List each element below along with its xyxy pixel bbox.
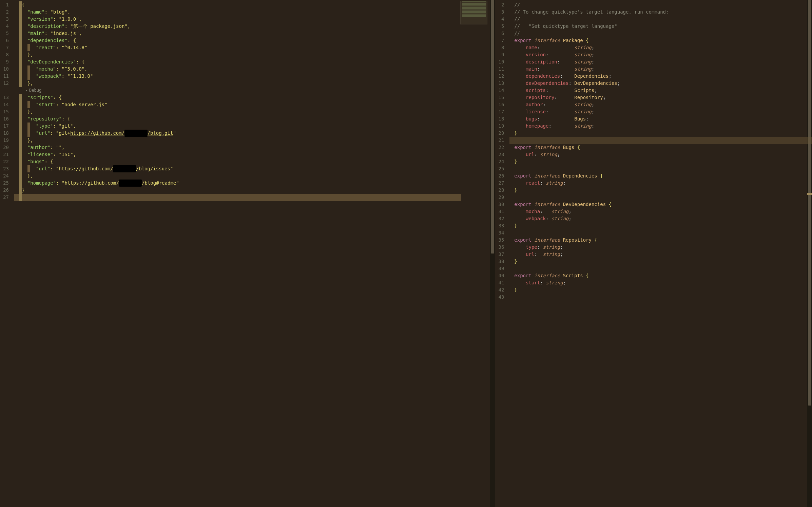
code-line[interactable]: export interface Dependencies { bbox=[514, 172, 812, 180]
code-line[interactable]: version: string; bbox=[514, 51, 812, 58]
code-line[interactable]: license: string; bbox=[514, 108, 812, 115]
code-line[interactable]: // bbox=[514, 16, 812, 23]
code-line[interactable]: url: string; bbox=[514, 151, 812, 158]
code-line[interactable]: react: string; bbox=[514, 180, 812, 187]
code-line[interactable]: "homepage": "https://github.com/████████… bbox=[19, 180, 495, 187]
code-line[interactable]: url: string; bbox=[514, 251, 812, 258]
code-line[interactable]: mocha: string; bbox=[514, 208, 812, 215]
code-line[interactable]: "react": "^0.14.8" bbox=[19, 44, 495, 51]
code-line[interactable] bbox=[19, 194, 495, 201]
code-line[interactable]: devDependencies: DevDependencies; bbox=[514, 80, 812, 87]
code-line[interactable]: "start": "node server.js" bbox=[19, 101, 495, 108]
code-area-left[interactable]: { "name": "blog", "version": "1.0.0", "d… bbox=[14, 0, 495, 507]
redacted-text: ████████ bbox=[113, 165, 136, 172]
code-line[interactable]: } bbox=[514, 286, 812, 294]
code-line[interactable]: // To change quicktype's target language… bbox=[514, 8, 812, 16]
code-line[interactable]: export interface Scripts { bbox=[514, 272, 812, 279]
codelens-debug[interactable]: ▸Debug bbox=[19, 87, 495, 94]
gutter-left: 1234 5678 9101112 13141516 17181920 2122… bbox=[0, 0, 14, 507]
code-line[interactable]: "version": "1.0.0", bbox=[19, 16, 495, 23]
code-line[interactable]: main: string; bbox=[514, 65, 812, 73]
code-line[interactable]: author: string; bbox=[514, 101, 812, 108]
code-line[interactable]: dependencies: Dependencies; bbox=[514, 73, 812, 80]
editor-split-view: 1234 5678 9101112 13141516 17181920 2122… bbox=[0, 0, 812, 507]
gutter-right: 2345 6789 10111213 14151617 18192021 222… bbox=[495, 0, 509, 507]
code-line[interactable]: } bbox=[514, 130, 812, 137]
code-line[interactable]: "url": "https://github.com/████████/blog… bbox=[19, 165, 495, 172]
code-line[interactable] bbox=[514, 294, 812, 301]
code-line[interactable]: repository: Repository; bbox=[514, 94, 812, 101]
code-line[interactable]: } bbox=[514, 187, 812, 194]
code-line[interactable]: webpack: string; bbox=[514, 215, 812, 222]
code-line[interactable]: "name": "blog", bbox=[19, 8, 495, 16]
code-line[interactable]: // bbox=[514, 30, 812, 37]
code-line[interactable]: { bbox=[19, 1, 495, 8]
code-line[interactable] bbox=[514, 165, 812, 172]
code-line[interactable]: }, bbox=[19, 108, 495, 115]
code-line[interactable]: "type": "git", bbox=[19, 123, 495, 130]
code-line[interactable]: export interface Package { bbox=[514, 37, 812, 44]
code-line[interactable]: "dependencies": { bbox=[19, 37, 495, 44]
code-line[interactable]: }, bbox=[19, 172, 495, 180]
code-line[interactable]: "repository": { bbox=[19, 115, 495, 123]
code-line[interactable]: "devDependencies": { bbox=[19, 58, 495, 65]
code-line[interactable]: } bbox=[514, 222, 812, 229]
code-line[interactable]: "license": "ISC", bbox=[19, 151, 495, 158]
code-line[interactable]: } bbox=[514, 258, 812, 265]
code-line[interactable]: } bbox=[514, 158, 812, 165]
code-line[interactable]: "description": "第一个 package.json", bbox=[19, 23, 495, 30]
code-line[interactable]: "mocha": "^5.0.0", bbox=[19, 65, 495, 73]
code-line[interactable]: scripts: Scripts; bbox=[514, 87, 812, 94]
code-line[interactable]: // bbox=[514, 1, 812, 8]
editor-pane-left[interactable]: 1234 5678 9101112 13141516 17181920 2122… bbox=[0, 0, 495, 507]
code-line[interactable]: }, bbox=[19, 80, 495, 87]
code-line[interactable] bbox=[514, 194, 812, 201]
code-line[interactable]: "url": "git+https://github.com/████████/… bbox=[19, 130, 495, 137]
code-line[interactable] bbox=[514, 229, 812, 237]
code-line[interactable] bbox=[514, 265, 812, 272]
code-line[interactable]: "author": "", bbox=[19, 144, 495, 151]
code-line[interactable]: }, bbox=[19, 51, 495, 58]
redacted-text: ████████ bbox=[119, 180, 142, 187]
code-area-right[interactable]: // // To change quicktype's target langu… bbox=[509, 0, 812, 507]
code-line[interactable]: // "Set quicktype target language" bbox=[514, 23, 812, 30]
code-line[interactable]: export interface Repository { bbox=[514, 237, 812, 244]
code-line[interactable]: export interface Bugs { bbox=[514, 144, 812, 151]
code-line[interactable]: bugs: Bugs; bbox=[514, 115, 812, 123]
code-line[interactable]: "scripts": { bbox=[19, 94, 495, 101]
code-line[interactable]: homepage: string; bbox=[514, 123, 812, 130]
code-line[interactable]: export interface DevDependencies { bbox=[514, 201, 812, 208]
code-line[interactable]: "webpack": "^1.13.0" bbox=[19, 73, 495, 80]
code-line[interactable]: }, bbox=[19, 137, 495, 144]
code-line[interactable] bbox=[514, 137, 812, 144]
code-line[interactable]: "bugs": { bbox=[19, 158, 495, 165]
redacted-text: ████████ bbox=[124, 130, 147, 137]
code-line[interactable]: } bbox=[19, 187, 495, 194]
code-line[interactable]: start: string; bbox=[514, 279, 812, 286]
code-line[interactable]: name: string; bbox=[514, 44, 812, 51]
code-line[interactable]: "main": "index.js", bbox=[19, 30, 495, 37]
code-line[interactable]: description: string; bbox=[514, 58, 812, 65]
play-icon: ▸ bbox=[26, 89, 28, 92]
code-line[interactable]: type: string; bbox=[514, 244, 812, 251]
editor-pane-right[interactable]: 2345 6789 10111213 14151617 18192021 222… bbox=[495, 0, 812, 507]
